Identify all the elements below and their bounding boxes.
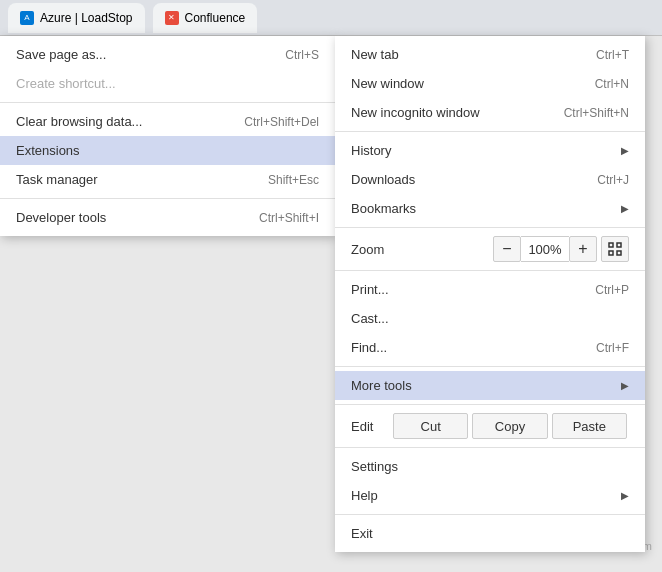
menu-item-extensions[interactable]: Extensions bbox=[0, 136, 335, 165]
zoom-controls: − 100% + bbox=[493, 236, 629, 262]
menu-item-downloads[interactable]: Downloads Ctrl+J bbox=[335, 165, 645, 194]
zoom-label: Zoom bbox=[351, 242, 493, 257]
zoom-row: Zoom − 100% + bbox=[335, 232, 645, 266]
find-label: Find... bbox=[351, 340, 576, 355]
tab-azure-label: Azure | LoadStop bbox=[40, 11, 133, 25]
secondary-divider-3 bbox=[335, 270, 645, 271]
extensions-label: Extensions bbox=[16, 143, 319, 158]
menu-item-bookmarks[interactable]: Bookmarks bbox=[335, 194, 645, 223]
developer-tools-label: Developer tools bbox=[16, 210, 239, 225]
svg-rect-3 bbox=[617, 251, 621, 255]
settings-label: Settings bbox=[351, 459, 629, 474]
menu-item-print[interactable]: Print... Ctrl+P bbox=[335, 275, 645, 304]
azure-favicon: A bbox=[20, 11, 34, 25]
zoom-plus-button[interactable]: + bbox=[569, 236, 597, 262]
menu-item-history[interactable]: History bbox=[335, 136, 645, 165]
secondary-divider-5 bbox=[335, 404, 645, 405]
downloads-label: Downloads bbox=[351, 172, 577, 187]
exit-label: Exit bbox=[351, 526, 629, 541]
task-manager-label: Task manager bbox=[16, 172, 248, 187]
tab-confluence[interactable]: ✕ Confluence bbox=[153, 3, 258, 33]
print-label: Print... bbox=[351, 282, 575, 297]
task-manager-shortcut: Shift+Esc bbox=[268, 173, 319, 187]
find-shortcut: Ctrl+F bbox=[596, 341, 629, 355]
content-area: Save page as... Ctrl+S Create shortcut..… bbox=[0, 36, 662, 572]
svg-rect-2 bbox=[609, 251, 613, 255]
bookmarks-label: Bookmarks bbox=[351, 201, 621, 216]
menu-item-developer-tools[interactable]: Developer tools Ctrl+Shift+I bbox=[0, 203, 335, 232]
menu-item-exit[interactable]: Exit bbox=[335, 519, 645, 548]
edit-row: Edit Cut Copy Paste bbox=[335, 409, 645, 443]
menu-item-new-tab[interactable]: New tab Ctrl+T bbox=[335, 40, 645, 69]
primary-context-menu: Save page as... Ctrl+S Create shortcut..… bbox=[0, 36, 335, 236]
paste-button[interactable]: Paste bbox=[552, 413, 627, 439]
downloads-shortcut: Ctrl+J bbox=[597, 173, 629, 187]
secondary-divider-1 bbox=[335, 131, 645, 132]
menu-item-task-manager[interactable]: Task manager Shift+Esc bbox=[0, 165, 335, 194]
print-shortcut: Ctrl+P bbox=[595, 283, 629, 297]
menu-item-create-shortcut[interactable]: Create shortcut... bbox=[0, 69, 335, 98]
confluence-favicon: ✕ bbox=[165, 11, 179, 25]
secondary-context-menu: New tab Ctrl+T New window Ctrl+N New inc… bbox=[335, 36, 645, 552]
menu-item-new-window[interactable]: New window Ctrl+N bbox=[335, 69, 645, 98]
clear-browsing-data-label: Clear browsing data... bbox=[16, 114, 224, 129]
svg-rect-1 bbox=[617, 243, 621, 247]
secondary-divider-4 bbox=[335, 366, 645, 367]
secondary-divider-2 bbox=[335, 227, 645, 228]
secondary-divider-6 bbox=[335, 447, 645, 448]
zoom-fullscreen-button[interactable] bbox=[601, 236, 629, 262]
create-shortcut-label: Create shortcut... bbox=[16, 76, 319, 91]
new-tab-shortcut: Ctrl+T bbox=[596, 48, 629, 62]
new-incognito-shortcut: Ctrl+Shift+N bbox=[564, 106, 629, 120]
new-incognito-label: New incognito window bbox=[351, 105, 544, 120]
zoom-value-display: 100% bbox=[521, 236, 569, 262]
menu-item-settings[interactable]: Settings bbox=[335, 452, 645, 481]
zoom-minus-button[interactable]: − bbox=[493, 236, 521, 262]
menu-item-new-incognito[interactable]: New incognito window Ctrl+Shift+N bbox=[335, 98, 645, 127]
clear-browsing-data-shortcut: Ctrl+Shift+Del bbox=[244, 115, 319, 129]
menu-item-more-tools[interactable]: More tools bbox=[335, 371, 645, 400]
new-window-shortcut: Ctrl+N bbox=[595, 77, 629, 91]
tab-azure-loadstop[interactable]: A Azure | LoadStop bbox=[8, 3, 145, 33]
svg-rect-0 bbox=[609, 243, 613, 247]
new-window-label: New window bbox=[351, 76, 575, 91]
secondary-divider-7 bbox=[335, 514, 645, 515]
menu-item-cast[interactable]: Cast... bbox=[335, 304, 645, 333]
menu-item-save-page-as[interactable]: Save page as... Ctrl+S bbox=[0, 40, 335, 69]
edit-label: Edit bbox=[351, 419, 391, 434]
menu-item-help[interactable]: Help bbox=[335, 481, 645, 510]
cut-button[interactable]: Cut bbox=[393, 413, 468, 439]
primary-divider-2 bbox=[0, 198, 335, 199]
more-tools-label: More tools bbox=[351, 378, 621, 393]
cast-label: Cast... bbox=[351, 311, 629, 326]
save-page-as-shortcut: Ctrl+S bbox=[285, 48, 319, 62]
developer-tools-shortcut: Ctrl+Shift+I bbox=[259, 211, 319, 225]
tab-confluence-label: Confluence bbox=[185, 11, 246, 25]
new-tab-label: New tab bbox=[351, 47, 576, 62]
menu-item-clear-browsing-data[interactable]: Clear browsing data... Ctrl+Shift+Del bbox=[0, 107, 335, 136]
primary-divider-1 bbox=[0, 102, 335, 103]
help-label: Help bbox=[351, 488, 621, 503]
history-label: History bbox=[351, 143, 621, 158]
browser-tab-bar: A Azure | LoadStop ✕ Confluence bbox=[0, 0, 662, 36]
menu-item-find[interactable]: Find... Ctrl+F bbox=[335, 333, 645, 362]
copy-button[interactable]: Copy bbox=[472, 413, 547, 439]
save-page-as-label: Save page as... bbox=[16, 47, 265, 62]
